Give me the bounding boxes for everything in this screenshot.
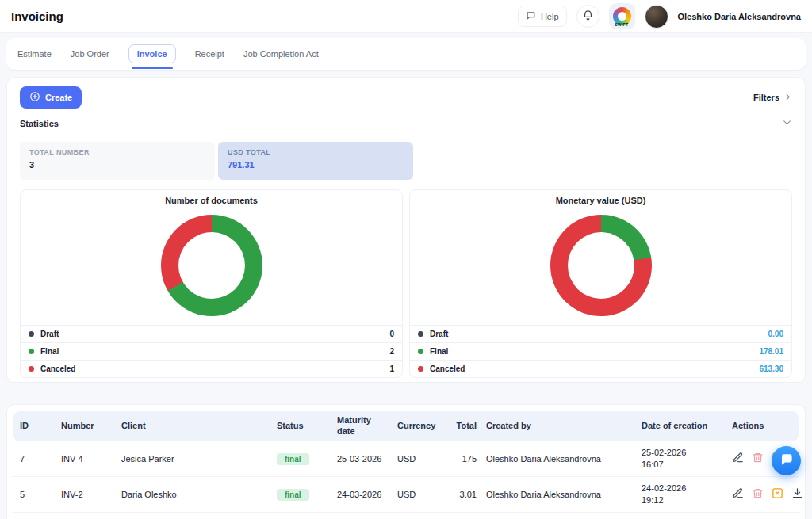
cancel-button[interactable]	[772, 487, 783, 502]
edit-button[interactable]	[732, 487, 744, 502]
canceled-dot-icon	[29, 366, 34, 372]
tab-job-order[interactable]: Job Order	[71, 45, 109, 63]
legend-row-draft: Draft 0	[21, 325, 402, 342]
cell-maturity-date: 24-03-2026	[337, 490, 397, 499]
legend-label: Canceled	[430, 364, 753, 373]
legend-value: 0	[389, 330, 394, 338]
column-status: Status	[277, 421, 337, 432]
creation-time: 16:07	[642, 459, 732, 471]
page-title: Invoicing	[11, 10, 63, 23]
tab-receipt[interactable]: Receipt	[195, 45, 224, 63]
column-date-of-creation: Date of creation	[642, 421, 732, 432]
canceled-dot-icon	[418, 366, 423, 372]
creation-date: 25-02-2026	[642, 447, 732, 459]
stat-label: TOTAL NUMBER	[29, 148, 205, 156]
donut-chart-documents	[161, 215, 262, 316]
cell-created-by: Oleshko Daria Aleksandrovna	[486, 454, 642, 464]
creation-time: 19:12	[642, 494, 732, 506]
cell-created-by: Oleshko Daria Aleksandrovna	[486, 490, 642, 499]
topbar-right: Help SWIFT Oleshko Daria Aleksandrovna	[518, 3, 801, 29]
pencil-icon	[732, 487, 744, 502]
help-label: Help	[541, 12, 559, 21]
edit-button[interactable]	[732, 452, 744, 466]
help-chat-icon	[526, 10, 536, 22]
chart-number-of-documents: Number of documents Draft 0 Final 2 Canc…	[20, 189, 403, 378]
final-dot-icon	[29, 349, 34, 354]
column-client: Client	[121, 421, 277, 432]
creation-date: 24-02-2026	[642, 483, 732, 494]
cell-maturity-date: 25-03-2026	[337, 454, 397, 464]
chart-monetary-value: Monetary value (USD) Draft 0.00 Final 17…	[409, 189, 792, 378]
delete-button[interactable]	[752, 452, 764, 466]
cell-total: 175	[448, 454, 486, 464]
chat-bubble-icon	[779, 452, 794, 470]
status-badge: final	[277, 453, 309, 465]
cell-actions	[732, 487, 803, 502]
legend-value: 0.00	[768, 330, 783, 338]
donut-chart-monetary	[550, 215, 652, 316]
column-id: ID	[20, 421, 61, 432]
statistics-header: Statistics	[20, 117, 792, 130]
legend-label: Draft	[40, 330, 383, 338]
cell-date-of-creation: 24-02-2026 19:12	[642, 483, 732, 506]
column-created-by: Created by	[486, 421, 642, 432]
toolbar: Create Filters	[20, 87, 792, 108]
help-button[interactable]: Help	[518, 6, 567, 27]
download-button[interactable]	[791, 487, 803, 502]
draft-dot-icon	[29, 331, 34, 337]
legend-row-draft: Draft 0.00	[410, 325, 791, 342]
draft-dot-icon	[418, 331, 423, 337]
chevron-right-icon	[783, 93, 792, 103]
legend-row-canceled: Canceled 1	[21, 360, 402, 377]
chart-legend: Draft 0 Final 2 Canceled 1	[21, 325, 402, 377]
top-header: Invoicing Help SWIFT Oleshko Daria Aleks…	[0, 0, 812, 33]
create-button[interactable]: Create	[20, 86, 82, 109]
stat-card-total-number: TOTAL NUMBER 3	[20, 142, 215, 180]
download-icon	[791, 487, 803, 502]
column-total: Total	[448, 421, 486, 432]
table-row[interactable]: 5 INV-2 Daria Oleshko final 24-03-2026 U…	[13, 477, 799, 513]
chart-legend: Draft 0.00 Final 178.01 Canceled 613.30	[410, 325, 791, 377]
invoices-table: ID Number Client Status Maturity date Cu…	[6, 404, 806, 519]
logo-text: SWIFT	[609, 22, 635, 27]
delete-button[interactable]	[752, 487, 764, 502]
tab-estimate[interactable]: Estimate	[17, 45, 52, 63]
avatar[interactable]	[645, 5, 668, 29]
document-type-tabs: Estimate Job Order Invoice Receipt Job C…	[6, 38, 806, 70]
column-currency: Currency	[397, 421, 448, 432]
trash-icon	[752, 487, 764, 502]
tab-job-completion-act[interactable]: Job Completion Act	[243, 45, 319, 63]
collapse-statistics-button[interactable]	[782, 117, 792, 130]
filters-label: Filters	[753, 93, 779, 102]
legend-row-final: Final 178.01	[410, 342, 791, 360]
legend-value: 613.30	[759, 364, 783, 373]
cell-number: INV-2	[61, 490, 121, 499]
cell-date-of-creation: 25-02-2026 16:07	[642, 447, 732, 471]
chevron-down-icon	[782, 117, 792, 130]
statistics-panel: Create Filters Statistics TOTAL NUMBER 3…	[6, 77, 806, 383]
table-header: ID Number Client Status Maturity date Cu…	[13, 411, 799, 441]
tab-invoice[interactable]: Invoice	[128, 44, 176, 63]
plus-circle-icon	[29, 91, 40, 104]
notifications-button[interactable]	[576, 5, 599, 28]
cell-client: Daria Oleshko	[121, 490, 277, 499]
pencil-icon	[732, 452, 744, 466]
x-square-icon	[772, 487, 783, 502]
legend-label: Draft	[430, 330, 762, 338]
filters-button[interactable]: Filters	[753, 93, 792, 103]
chat-widget-button[interactable]	[772, 446, 801, 475]
legend-row-canceled: Canceled 613.30	[410, 360, 791, 377]
stat-cards: TOTAL NUMBER 3 USD TOTAL 791.31	[20, 142, 792, 180]
legend-label: Final	[430, 347, 753, 356]
legend-label: Final	[40, 347, 383, 356]
stat-card-usd-total: USD TOTAL 791.31	[218, 142, 413, 180]
stat-value: 791.31	[228, 160, 404, 170]
trash-icon	[752, 452, 764, 466]
table-row[interactable]: 7 INV-4 Jesica Parker final 25-03-2026 U…	[13, 441, 799, 477]
column-actions: Actions	[732, 421, 792, 432]
create-label: Create	[45, 93, 72, 102]
app-logo[interactable]: SWIFT	[609, 3, 635, 29]
cell-number: INV-4	[61, 454, 121, 464]
chart-title: Number of documents	[21, 196, 402, 205]
stat-value: 3	[29, 160, 205, 170]
